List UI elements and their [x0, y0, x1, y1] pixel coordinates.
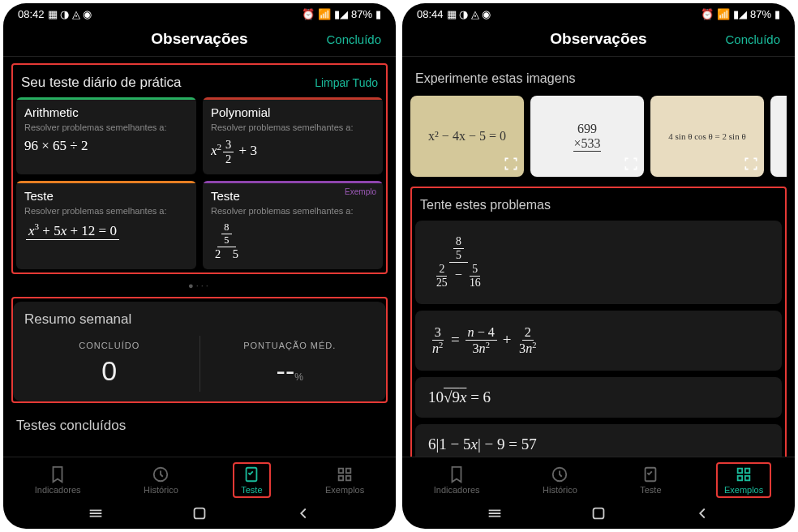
sample-images-row[interactable]: x² − 4x − 5 = 0 699 ×533 4 sin θ cos θ =…	[410, 94, 787, 182]
practice-card-arithmetic[interactable]: Arithmetic Resolver problemas semelhante…	[16, 97, 196, 174]
card-subtitle: Resolver problemas semelhantes a:	[211, 206, 375, 217]
content-area: Seu teste diário de prática Limpar Tudo …	[3, 57, 396, 457]
nav-label: Histórico	[144, 485, 178, 495]
nav-test[interactable]: Teste	[632, 462, 669, 498]
nav-examples[interactable]: Exemplos	[716, 462, 771, 498]
card-subtitle: Resolver problemas semelhantes a:	[24, 122, 188, 133]
done-button[interactable]: Concluído	[725, 32, 780, 46]
summary-completed-label: CONCLUÍDO	[19, 341, 200, 350]
scan-icon	[623, 156, 639, 172]
nav-label: Exemplos	[724, 485, 763, 495]
system-nav-bar	[402, 500, 795, 529]
weekly-summary-card: Resumo semanal CONCLUÍDO 0 PONTUAÇÃO MÉD…	[13, 302, 386, 401]
status-battery-text: 87%	[351, 8, 372, 20]
nav-test[interactable]: Teste	[233, 462, 270, 498]
svg-rect-15	[745, 476, 750, 481]
svg-rect-9	[195, 508, 205, 519]
example-badge: Exemplo	[345, 187, 376, 196]
nav-label: Indicadores	[434, 485, 480, 495]
practice-card-polynomial[interactable]: Polynomial Resolver problemas semelhante…	[203, 97, 383, 174]
scan-icon	[503, 156, 519, 172]
nav-label: Histórico	[543, 485, 577, 495]
svg-rect-19	[594, 508, 604, 519]
summary-average-value: --%	[200, 355, 380, 387]
nav-examples[interactable]: Exemplos	[317, 462, 372, 498]
problem-item[interactable]: 6|1 − 5x| − 9 = 57	[415, 424, 782, 457]
practice-card-teste-1[interactable]: Teste Resolver problemas semelhantes a: …	[16, 181, 196, 269]
nav-indicators[interactable]: Indicadores	[426, 462, 488, 498]
summary-completed: CONCLUÍDO 0	[19, 336, 200, 392]
nav-history[interactable]: Histórico	[534, 462, 586, 498]
status-app-icons: ▦ ◑ ◬ ◉	[48, 8, 92, 20]
home-button[interactable]	[191, 504, 208, 522]
sample-image-4[interactable]	[770, 96, 787, 177]
problem-item[interactable]: 85 225 − 516	[415, 221, 782, 304]
card-subtitle: Resolver problemas semelhantes a:	[211, 122, 375, 133]
completed-tests-title: Testes concluídos	[11, 403, 388, 440]
card-title: Teste	[24, 189, 188, 203]
test-icon	[242, 466, 260, 483]
svg-rect-11	[646, 468, 656, 482]
recent-apps-button[interactable]	[486, 504, 504, 522]
sample-image-2[interactable]: 699 ×533	[530, 96, 644, 177]
nav-label: Teste	[241, 485, 262, 495]
status-time: 08:42	[18, 8, 45, 20]
app-header: Observações Concluído	[3, 22, 396, 57]
system-nav-bar	[3, 500, 396, 529]
svg-rect-12	[738, 469, 743, 474]
summary-completed-value: 0	[19, 355, 200, 387]
svg-rect-4	[339, 476, 344, 481]
practice-card-grid: Arithmetic Resolver problemas semelhante…	[16, 97, 383, 269]
back-button[interactable]	[294, 504, 312, 522]
grid-icon	[336, 466, 354, 483]
practice-card-teste-2[interactable]: Exemplo Teste Resolver problemas semelha…	[203, 181, 383, 269]
test-icon	[641, 466, 659, 483]
problem-item[interactable]: 3n2 = n − 43n2 + 23n2	[415, 311, 782, 371]
svg-rect-5	[346, 476, 351, 481]
home-button[interactable]	[590, 504, 607, 522]
bookmark-icon	[49, 466, 66, 483]
scan-icon	[743, 156, 759, 172]
nav-label: Exemplos	[325, 485, 364, 495]
status-time: 08:44	[417, 8, 444, 20]
card-title: Arithmetic	[24, 105, 188, 119]
page-title: Observações	[151, 30, 247, 48]
problems-highlight: Tente estes problemas 85 225 − 516 3n2 =…	[410, 187, 787, 457]
svg-rect-1	[247, 468, 257, 482]
svg-rect-14	[738, 476, 743, 481]
recent-apps-button[interactable]	[87, 504, 105, 522]
nav-label: Teste	[640, 485, 661, 495]
bookmark-icon	[448, 466, 466, 483]
problem-item[interactable]: 10√9x = 6	[415, 377, 782, 418]
phone-right: 08:44 ▦ ◑ ◬ ◉ ⏰ 📶 ▮◢ 87% ▮ Observações C…	[402, 3, 795, 529]
sample-image-text: x² − 4x − 5 = 0	[428, 129, 506, 144]
summary-highlight: Resumo semanal CONCLUÍDO 0 PONTUAÇÃO MÉD…	[11, 297, 388, 403]
status-wifi-icon: 📶	[318, 8, 331, 20]
card-subtitle: Resolver problemas semelhantes a:	[24, 206, 188, 217]
sample-image-1[interactable]: x² − 4x − 5 = 0	[410, 96, 524, 177]
pagination-dots[interactable]: ●···	[11, 274, 388, 297]
sample-image-3[interactable]: 4 sin θ cos θ = 2 sin θ	[650, 96, 764, 177]
problem-list: 85 225 − 516 3n2 = n − 43n2 + 23n2 10√9x…	[415, 221, 782, 457]
nav-history[interactable]: Histórico	[135, 462, 187, 498]
app-header: Observações Concluído	[402, 22, 795, 57]
bottom-nav: Indicadores Histórico Teste Exemplos	[3, 457, 396, 500]
practice-title: Seu teste diário de prática	[21, 75, 182, 91]
status-wifi-icon: 📶	[717, 8, 730, 20]
status-battery-icon: ▮	[375, 8, 381, 20]
status-battery-text: 87%	[750, 8, 771, 20]
svg-rect-3	[346, 469, 351, 474]
clear-all-button[interactable]: Limpar Tudo	[315, 76, 378, 89]
status-app-icons: ▦ ◑ ◬ ◉	[447, 8, 491, 20]
page-title: Observações	[550, 30, 646, 48]
bottom-nav: Indicadores Histórico Teste Exemplos	[402, 457, 795, 500]
status-bar: 08:44 ▦ ◑ ◬ ◉ ⏰ 📶 ▮◢ 87% ▮	[402, 3, 795, 22]
card-formula: 96 × 65 ÷ 2	[24, 138, 188, 154]
back-button[interactable]	[693, 504, 711, 522]
status-alarm-icon: ⏰	[302, 8, 315, 20]
status-signal-icon: ▮◢	[733, 8, 747, 20]
practice-highlight: Seu teste diário de prática Limpar Tudo …	[11, 63, 388, 274]
summary-title: Resumo semanal	[19, 311, 380, 336]
nav-indicators[interactable]: Indicadores	[27, 462, 89, 498]
done-button[interactable]: Concluído	[326, 32, 381, 46]
